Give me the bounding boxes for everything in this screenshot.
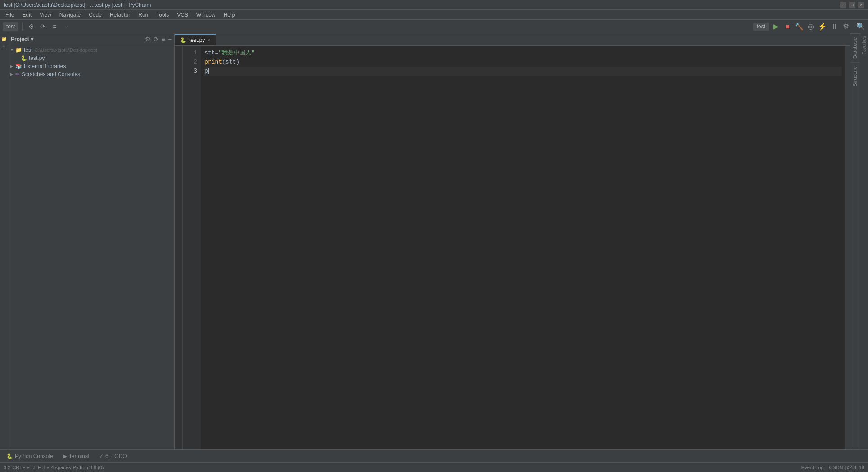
tab-python-icon: 🐍 [180, 37, 186, 43]
todo-icon: ✓ [99, 453, 104, 459]
pause-button[interactable]: ⏸ [829, 22, 839, 32]
run-button[interactable]: ▶ [771, 22, 781, 32]
status-line-ending: CRLF ÷ [12, 465, 29, 470]
python-console-label: Python Console [15, 453, 53, 459]
left-icon-strip: 📁 ≡ [0, 33, 8, 449]
gear-button[interactable]: ≡ [50, 22, 59, 32]
title-bar: test [C:\Users\xiaofu\Desktop\test] - ..… [0, 0, 868, 10]
tree-testpy-label: test.py [29, 55, 45, 61]
minimize-panel-button[interactable]: − [61, 22, 71, 32]
status-encoding: UTF-8 ÷ [31, 465, 49, 470]
structure-icon[interactable]: ≡ [0, 43, 8, 50]
menu-item-window[interactable]: Window [193, 11, 219, 19]
status-bar: 3:2 CRLF ÷ UTF-8 ÷ 4 spaces Python 3.8 (… [0, 462, 868, 472]
project-header: Project ▾ ⚙ ⟳ ≡ − [8, 33, 174, 45]
code-line-2: print(stt) [204, 58, 842, 67]
project-settings-icon[interactable]: ⚙ [145, 36, 151, 43]
project-panel: Project ▾ ⚙ ⟳ ≡ − ▼ 📁 test C:\Users\xiao… [8, 33, 175, 449]
line-num-2: 2 [183, 58, 197, 67]
todo-label: 6: TODO [105, 453, 127, 459]
tree-item-scratches[interactable]: ▶ ✏ Scratches and Consoles [8, 70, 174, 78]
bottom-tabs-bar: 🐍 Python Console ▶ Terminal ✓ 6: TODO [0, 449, 868, 462]
menu-item-file[interactable]: File [2, 11, 18, 19]
text-cursor [208, 68, 209, 74]
code-content[interactable]: stt="我是中国人" print(stt) p [201, 46, 845, 449]
terminal-icon: ▶ [63, 453, 67, 459]
close-button[interactable]: × [858, 2, 864, 8]
line-num-1: 1 [183, 49, 197, 58]
menu-item-refactor[interactable]: Refactor [106, 11, 134, 19]
tree-external-libs-label: External Libraries [24, 63, 66, 69]
status-python[interactable]: Python 3.8 (07 [72, 465, 105, 470]
run-config-label[interactable]: test [753, 23, 769, 31]
code-line-1: stt="我是中国人" [204, 49, 842, 58]
event-log-label[interactable]: Event Log [801, 465, 824, 470]
tab-close-button[interactable]: × [208, 38, 210, 43]
sync-button[interactable]: ⟳ [38, 22, 48, 32]
run-config: test ▶ ■ 🔨 ◎ ⚡ ⏸ ⚙ [753, 22, 851, 32]
tree-scratches-label: Scratches and Consoles [22, 71, 80, 77]
minimize-button[interactable]: − [840, 2, 846, 8]
search-icon[interactable]: 🔍 [856, 22, 865, 31]
stop-button[interactable]: ■ [782, 22, 792, 32]
tab-label: test.py [189, 37, 205, 43]
project-header-label: Project ▾ [11, 36, 142, 42]
toolbar: test ⚙ ⟳ ≡ − test ▶ ■ 🔨 ◎ ⚡ ⏸ ⚙ 🔍 [0, 20, 868, 33]
tree-item-external-libs[interactable]: ▶ 📚 External Libraries [8, 62, 174, 70]
database-tab[interactable]: Database [850, 33, 860, 62]
project-tree: ▼ 📁 test C:\Users\xiaofu\Desktop\test 🐍 … [8, 45, 174, 449]
line-num-3: 3 [183, 67, 197, 76]
code-line-3: p [204, 67, 842, 76]
settings2-button[interactable]: ⚙ [841, 22, 851, 32]
code-editor[interactable]: 1 2 3 stt="我是中国人" print(stt) p [175, 46, 850, 449]
profile-button[interactable]: ⚡ [818, 22, 827, 32]
build-button[interactable]: 🔨 [794, 22, 804, 32]
project-gear-icon[interactable]: ≡ [162, 36, 165, 43]
gutter-icons [175, 46, 183, 449]
menu-item-run[interactable]: Run [135, 11, 152, 19]
csdn-label: CSDN @ZJL 19 [829, 465, 864, 470]
favorites-strip: Favorites [860, 33, 868, 449]
menu-item-code[interactable]: Code [85, 11, 105, 19]
editor-scrollbar[interactable] [845, 46, 850, 449]
terminal-label: Terminal [69, 453, 89, 459]
settings-button[interactable]: ⚙ [26, 22, 36, 32]
menu-bar: FileEditViewNavigateCodeRefactorRunTools… [0, 10, 868, 20]
project-icon[interactable]: 📁 [0, 35, 8, 42]
project-sync-icon[interactable]: ⟳ [154, 36, 159, 43]
status-right: Event Log CSDN @ZJL 19 [801, 465, 864, 470]
status-left: 3:2 CRLF ÷ UTF-8 ÷ 4 spaces Python 3.8 (… [4, 465, 105, 470]
python-console-icon: 🐍 [6, 453, 13, 459]
toolbar-separator [22, 23, 23, 31]
tab-bar: 🐍 test.py × [175, 33, 850, 46]
python-console-tab[interactable]: 🐍 Python Console [2, 452, 58, 461]
tree-item-testpy[interactable]: 🐍 test.py [8, 54, 174, 62]
favorites-label[interactable]: Favorites [861, 33, 868, 57]
terminal-tab[interactable]: ▶ Terminal [59, 452, 94, 461]
editor-tab-testpy[interactable]: 🐍 test.py × [175, 34, 216, 45]
todo-tab[interactable]: ✓ 6: TODO [95, 452, 131, 461]
restore-button[interactable]: □ [849, 2, 855, 8]
tree-root-label: test [24, 47, 32, 53]
tree-root-path: C:\Users\xiaofu\Desktop\test [34, 47, 97, 53]
editor-area: 🐍 test.py × 1 2 3 stt="我是中国人" print(stt)… [175, 33, 850, 449]
title-text: test [C:\Users\xiaofu\Desktop\test] - ..… [4, 2, 151, 8]
status-indent[interactable]: 4 spaces [51, 465, 71, 470]
coverage-button[interactable]: ◎ [806, 22, 816, 32]
menu-item-tools[interactable]: Tools [153, 11, 172, 19]
structure-tab[interactable]: Structure [850, 62, 860, 90]
menu-item-help[interactable]: Help [220, 11, 239, 19]
project-close-icon[interactable]: − [168, 36, 172, 43]
main-area: 📁 ≡ Project ▾ ⚙ ⟳ ≡ − ▼ 📁 test C:\Users\… [0, 33, 868, 449]
menu-item-navigate[interactable]: Navigate [56, 11, 84, 19]
title-bar-controls: − □ × [840, 2, 864, 8]
right-panel: Database Structure [850, 33, 860, 449]
menu-item-view[interactable]: View [36, 11, 55, 19]
menu-item-vcs[interactable]: VCS [173, 11, 192, 19]
line-numbers: 1 2 3 [183, 46, 201, 449]
status-position[interactable]: 3:2 [4, 465, 10, 470]
tree-item-root[interactable]: ▼ 📁 test C:\Users\xiaofu\Desktop\test [8, 46, 174, 54]
project-label[interactable]: test [3, 22, 18, 31]
menu-item-edit[interactable]: Edit [18, 11, 35, 19]
